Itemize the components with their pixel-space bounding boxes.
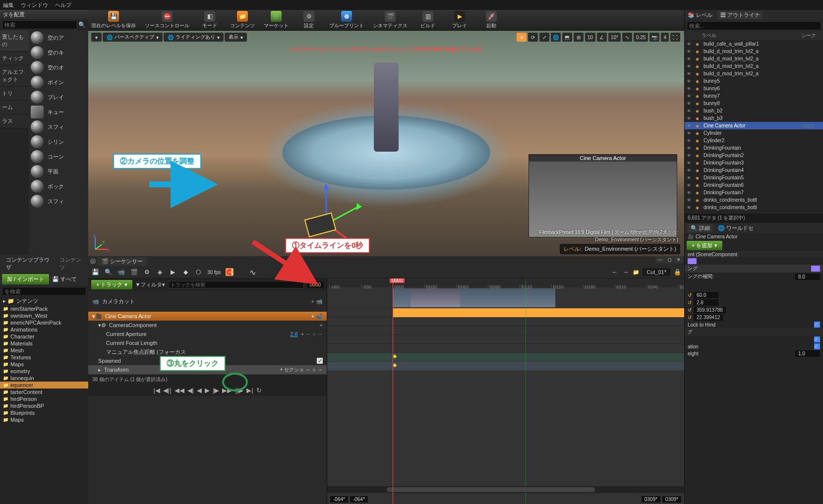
place-actor-item[interactable]: スフィ (29, 194, 88, 209)
coord-icon[interactable]: 🌐 (551, 33, 561, 42)
viewport[interactable]: ▾ 🌐 パースペクティブ ▾ 🌐 ライティングあり ▾ 表示 ▾ ✥ ⟳ ⤢ 🌐… (88, 31, 684, 256)
outliner-row[interactable]: 👁◆DrinkingFountain2 (685, 152, 823, 159)
autokey-icon[interactable]: ⬡ (194, 268, 202, 276)
save-all-button[interactable]: 💾 すべて (52, 276, 77, 283)
viewmode-dropdown[interactable]: ▾ (91, 33, 102, 42)
settings-button[interactable]: ⚙設定 (297, 11, 320, 29)
timeline-ruler[interactable]: -060-0300000|0030|0060|0090|0120|0150|01… (327, 279, 684, 287)
outliner-row[interactable]: 👁◆bunny6 (685, 85, 823, 92)
content-folder[interactable]: 📁Textures (0, 354, 88, 361)
content-folder[interactable]: 📁hirdPerson (0, 395, 88, 402)
render-icon[interactable]: 🎬 (130, 268, 138, 276)
show-button[interactable]: 表示 ▾ (225, 33, 247, 42)
outliner-search-input[interactable] (687, 21, 821, 30)
outliner-row[interactable]: 👁◆drinks_condiments_bottl (685, 204, 823, 211)
place-actor-item[interactable]: ボック (29, 179, 88, 194)
content-folder[interactable]: 📁eometry (0, 368, 88, 375)
play-transport-icon[interactable]: ▶ (205, 387, 210, 394)
eight-value[interactable]: 1.0 (795, 350, 820, 357)
place-category[interactable]: 置したもの (0, 30, 29, 52)
content-search-input[interactable] (2, 287, 86, 296)
outliner-row[interactable]: 👁◆bunny7 (685, 92, 823, 100)
outliner-tab[interactable]: ☰ アウトライナ (717, 11, 763, 19)
content-folder[interactable]: 📁Animations (0, 326, 88, 333)
key-icon[interactable]: ◆ (181, 268, 189, 276)
content-root[interactable]: ▸ 📁 ンテンツ (0, 297, 88, 305)
outliner-row[interactable]: 👁◆Cine Camera ActorCut_0 (685, 122, 823, 129)
detail-value-60[interactable]: 60.0 (694, 292, 718, 298)
place-category[interactable]: ラス (0, 114, 29, 128)
surface-snap-icon[interactable]: ⬒ (562, 33, 572, 42)
modes-button[interactable]: ◧モード (198, 11, 221, 29)
world-settings-tab[interactable]: 🌐 ワールドセ (718, 224, 754, 232)
scale-snap-value[interactable]: 0.25 (634, 33, 648, 42)
find-icon[interactable]: 🔍 (104, 268, 112, 276)
content-folder[interactable]: 📁owntown_West (0, 312, 88, 319)
camera-speed-value[interactable]: 4 (661, 33, 669, 42)
content-folder[interactable]: 📁Blueprints (0, 409, 88, 416)
launch-button[interactable]: 🚀起動 (480, 11, 503, 29)
filter-button[interactable]: ▼フィルタ▾ (135, 281, 166, 288)
place-actor-item[interactable]: 空のキ (29, 45, 88, 60)
cine-camera-track[interactable]: ▾🎥 Cine Camera Actor + 📹 (88, 312, 327, 321)
detail-value-28[interactable]: 2.8 (694, 299, 718, 306)
camera-cut-track[interactable]: 📹 カメラカット + 📹 (88, 291, 327, 312)
in-frame[interactable]: -064* (330, 496, 348, 503)
prev-key-icon[interactable]: ◀◀ (175, 387, 184, 394)
key-all-icon[interactable]: ◈ (156, 268, 164, 276)
maximize-win-icon[interactable]: ◻ (665, 256, 674, 263)
options-icon[interactable]: ⚙ (143, 268, 151, 276)
content-folder[interactable]: 📁equencer (0, 382, 88, 389)
close-icon[interactable]: ✕ (674, 256, 683, 263)
plus-icon[interactable]: + (311, 298, 314, 304)
add-track-button[interactable]: + トラック ▾ (91, 280, 132, 289)
camera-add-icon[interactable]: 📹 (316, 298, 323, 305)
outliner-row[interactable]: 👁◆bunny5 (685, 77, 823, 85)
play-button[interactable]: ▶プレイ (448, 11, 471, 29)
camera-speed-icon[interactable]: 📷 (649, 33, 659, 42)
outliner-row[interactable]: 👁◆drinks_condiments_bottl (685, 196, 823, 204)
checkbox-2[interactable]: ✓ (814, 343, 820, 349)
outliner-row[interactable]: 👁◆build_d_mod_trim_lvl2_a (685, 55, 823, 62)
menu-help[interactable]: ヘルプ (55, 1, 71, 9)
transform-select-icon[interactable]: ✥ (517, 33, 527, 42)
outliner-row[interactable]: 👁◆DrinkingFountain7 (685, 189, 823, 196)
outliner-row[interactable]: 👁◆DrinkingFountain3 (685, 159, 823, 167)
scale-snap-icon[interactable]: ⤡ (622, 33, 632, 42)
content-folder[interactable]: 📁lannequin (0, 375, 88, 382)
place-actor-item[interactable]: 空のオ (29, 60, 88, 75)
focal-length-track[interactable]: Current Focal Length (88, 338, 327, 347)
content-folder[interactable]: 📁enericNPCAnimPack (0, 319, 88, 326)
content-folder[interactable]: 📁Maps (0, 361, 88, 368)
reverse-icon[interactable]: ◀ (197, 387, 202, 394)
out-frame-2[interactable]: 0309* (662, 496, 681, 503)
outliner-row[interactable]: 👁◆bush_b3 (685, 114, 823, 122)
loop-icon[interactable]: ↻ (256, 387, 262, 394)
aperture-track[interactable]: Current Aperture 2.8 + ← ○ → (88, 330, 327, 338)
outliner-row[interactable]: 👁◆bush_b2 (685, 107, 823, 114)
lock-hmd-checkbox[interactable]: ✓ (814, 322, 820, 328)
place-category[interactable]: ーム (0, 101, 29, 114)
ring-fill-value[interactable]: 8.0 (795, 274, 820, 280)
menu-edit[interactable]: 編集 (3, 1, 14, 9)
lock-icon[interactable]: 🔒 (673, 268, 681, 276)
cinematics-button[interactable]: 🎬シネマティクス (373, 11, 408, 29)
save-icon[interactable]: 💾 (91, 268, 99, 276)
blueprints-button[interactable]: ⬣ブループリント (329, 11, 364, 29)
camera-icon[interactable]: 📹 (117, 268, 125, 276)
outliner-row[interactable]: 👁◆build_d_mod_trim_lvl2_a (685, 62, 823, 70)
place-search-input[interactable] (2, 20, 77, 29)
outliner-row[interactable]: 👁◆Cylinder2 (685, 137, 823, 144)
grid-snap-icon[interactable]: ⊞ (574, 33, 584, 42)
out-frame[interactable]: 0309* (642, 496, 660, 503)
content-folder[interactable]: 📁hirdPersonBP (0, 402, 88, 409)
place-actor-item[interactable]: スフィ (29, 119, 88, 134)
camera-cut-clip[interactable] (393, 288, 555, 307)
place-actor-item[interactable]: コーン (29, 149, 88, 164)
level-tab[interactable]: 📚 レベル (688, 11, 712, 19)
place-actor-item[interactable]: ポイン (29, 75, 88, 90)
grid-snap-value[interactable]: 10 (585, 33, 595, 42)
outliner-row[interactable]: 👁◆build_d_mod_trim_lvl2_a (685, 70, 823, 77)
outliner-row[interactable]: 👁◆DrinkingFountain (685, 144, 823, 152)
save-level-button[interactable]: 💾現在のレベルを保存 (91, 11, 136, 29)
